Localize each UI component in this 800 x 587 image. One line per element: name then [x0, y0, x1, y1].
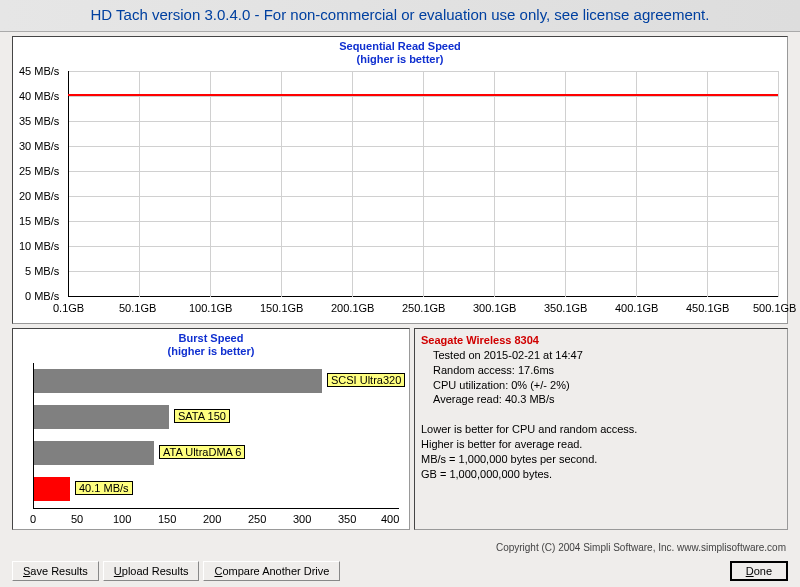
avg-read-line: Average read: 40.3 MB/s — [421, 392, 781, 407]
seq-read-panel: Sequential Read Speed (higher is better)… — [12, 36, 788, 324]
note-line: Higher is better for average read. — [421, 437, 781, 452]
bar-sata — [34, 405, 169, 429]
drive-name: Seagate Wireless 8304 — [421, 333, 781, 348]
bar-scsi — [34, 369, 322, 393]
seq-read-line — [68, 94, 778, 96]
bar-label-sata: SATA 150 — [174, 409, 230, 423]
seq-plot-area — [68, 71, 778, 301]
bar-label-this: 40.1 MB/s — [75, 481, 133, 495]
y-tick: 0 MB/s — [25, 290, 59, 302]
random-access-line: Random access: 17.6ms — [421, 363, 781, 378]
save-results-button[interactable]: Save Results — [12, 561, 99, 581]
x-tick: 250.1GB — [402, 302, 445, 314]
burst-subtitle-text: (higher is better) — [168, 345, 255, 357]
bar-this-drive — [34, 477, 70, 501]
x-tick: 400.1GB — [615, 302, 658, 314]
burst-x-tick: 100 — [113, 513, 131, 525]
burst-chart-title: Burst Speed (higher is better) — [13, 329, 409, 357]
x-tick: 100.1GB — [189, 302, 232, 314]
y-tick: 40 MB/s — [19, 90, 59, 102]
x-tick: 500.1GB — [753, 302, 796, 314]
info-panel: Seagate Wireless 8304 Tested on 2015-02-… — [414, 328, 788, 530]
x-tick: 150.1GB — [260, 302, 303, 314]
burst-x-tick: 200 — [203, 513, 221, 525]
burst-x-tick: 150 — [158, 513, 176, 525]
compare-drive-button[interactable]: Compare Another Drive — [203, 561, 340, 581]
bar-label-scsi: SCSI Ultra320 — [327, 373, 405, 387]
x-tick: 300.1GB — [473, 302, 516, 314]
copyright-text: Copyright (C) 2004 Simpli Software, Inc.… — [496, 542, 786, 553]
y-tick: 5 MB/s — [25, 265, 59, 277]
x-tick: 0.1GB — [53, 302, 84, 314]
bar-ata — [34, 441, 154, 465]
seq-chart-title: Sequential Read Speed (higher is better) — [13, 37, 787, 65]
window-title: HD Tach version 3.0.4.0 - For non-commer… — [0, 0, 800, 32]
burst-x-tick: 50 — [71, 513, 83, 525]
burst-x-tick: 350 — [338, 513, 356, 525]
y-tick: 45 MB/s — [19, 65, 59, 77]
burst-title-text: Burst Speed — [179, 332, 244, 344]
y-tick: 20 MB/s — [19, 190, 59, 202]
y-tick: 10 MB/s — [19, 240, 59, 252]
x-tick: 50.1GB — [119, 302, 156, 314]
y-tick: 25 MB/s — [19, 165, 59, 177]
x-tick: 450.1GB — [686, 302, 729, 314]
note-line: GB = 1,000,000,000 bytes. — [421, 467, 781, 482]
button-row: Save Results Upload Results Compare Anot… — [12, 561, 788, 581]
burst-panel: Burst Speed (higher is better) SCSI Ultr… — [12, 328, 410, 530]
cpu-line: CPU utilization: 0% (+/- 2%) — [421, 378, 781, 393]
note-line: MB/s = 1,000,000 bytes per second. — [421, 452, 781, 467]
burst-x-tick: 400 — [381, 513, 399, 525]
bar-label-ata: ATA UltraDMA 6 — [159, 445, 245, 459]
x-tick: 350.1GB — [544, 302, 587, 314]
burst-x-tick: 0 — [30, 513, 36, 525]
y-tick: 15 MB/s — [19, 215, 59, 227]
done-button[interactable]: Done — [730, 561, 788, 581]
burst-x-tick: 250 — [248, 513, 266, 525]
burst-plot-area: SCSI Ultra320 SATA 150 ATA UltraDMA 6 40… — [33, 363, 399, 508]
y-tick: 35 MB/s — [19, 115, 59, 127]
seq-title-text: Sequential Read Speed — [339, 40, 461, 52]
seq-subtitle-text: (higher is better) — [357, 53, 444, 65]
upload-results-button[interactable]: Upload Results — [103, 561, 200, 581]
note-line: Lower is better for CPU and random acces… — [421, 422, 781, 437]
burst-x-tick: 300 — [293, 513, 311, 525]
tested-line: Tested on 2015-02-21 at 14:47 — [421, 348, 781, 363]
x-tick: 200.1GB — [331, 302, 374, 314]
y-tick: 30 MB/s — [19, 140, 59, 152]
